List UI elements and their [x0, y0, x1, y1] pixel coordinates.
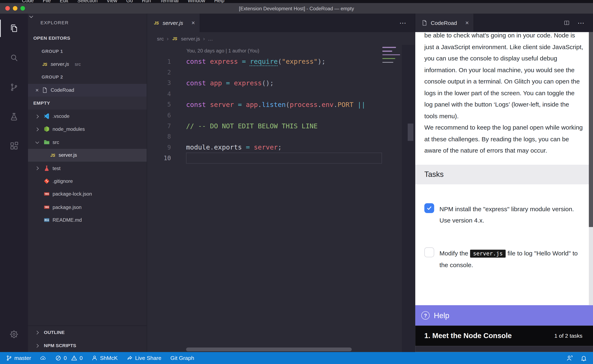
status-errors[interactable]: 0 — [55, 355, 67, 361]
breadcrumb-item[interactable]: server.js — [181, 36, 200, 42]
split-editor-icon[interactable] — [564, 20, 570, 26]
code-editor[interactable]: You, 20 days ago | 1 author (You) 1const… — [147, 45, 415, 352]
explorer-activity-button[interactable] — [0, 13, 28, 43]
tree-item-.vscode[interactable]: .vscode — [28, 110, 147, 123]
code-line-8[interactable]: 8 — [147, 131, 415, 142]
line-number[interactable]: 3 — [147, 80, 171, 87]
window-controls — [5, 6, 25, 11]
run-debug-activity-button[interactable] — [0, 102, 28, 131]
file-detail: src — [75, 61, 81, 67]
line-number[interactable]: 7 — [147, 122, 171, 130]
open-editors-header[interactable]: OPEN EDITORS — [28, 32, 147, 45]
code-line-5[interactable]: 5const server = app.listen(process.env.P… — [147, 99, 415, 110]
tree-item-server.js[interactable]: JSserver.js — [28, 149, 147, 162]
sidebar-bottom-sections: OUTLINENPM SCRIPTS — [28, 326, 147, 352]
bell-icon[interactable] — [580, 355, 587, 361]
line-number[interactable]: 4 — [147, 90, 171, 98]
title-bar[interactable]: [Extension Development Host] - CodeRoad … — [0, 3, 593, 13]
status-live-share[interactable]: Live Share — [127, 355, 161, 361]
source-control-activity-button[interactable] — [0, 73, 28, 102]
tree-item-node-modules[interactable]: node_modules — [28, 123, 147, 136]
status-branch[interactable]: master — [6, 355, 31, 361]
line-number[interactable]: 6 — [147, 112, 171, 119]
menu-file[interactable]: File — [43, 0, 51, 3]
minimize-window-button[interactable] — [13, 6, 17, 11]
code-line-9[interactable]: 9module.exports = server; — [147, 142, 415, 153]
close-window-button[interactable] — [5, 6, 10, 11]
line-number[interactable]: 8 — [147, 133, 171, 140]
code-line-3[interactable]: 3const app = express(); — [147, 78, 415, 88]
section-npm-scripts[interactable]: NPM SCRIPTS — [28, 339, 147, 352]
tree-item-readme.md[interactable]: README.md — [28, 214, 147, 227]
minimap[interactable] — [382, 46, 401, 70]
breadcrumb-item[interactable]: src — [157, 36, 164, 42]
open-editor-item[interactable]: ×CodeRoad — [28, 84, 147, 97]
task-checkbox[interactable] — [424, 203, 434, 213]
code-line-1[interactable]: 1const express = require("express"); — [147, 56, 415, 67]
gitlens-annotation[interactable]: You, 20 days ago | 1 author (You) — [147, 45, 415, 56]
menu-help[interactable]: Help — [214, 0, 224, 3]
code-line-7[interactable]: 7// -- DO NOT EDIT BELOW THIS LINE — [147, 121, 415, 131]
code-line-6[interactable]: 6 — [147, 110, 415, 121]
chevron-right-icon — [36, 128, 39, 131]
menu-run[interactable]: Run — [142, 0, 151, 3]
tree-item-package-lock.json[interactable]: package-lock.json — [28, 188, 147, 201]
tree-item-.gitignore[interactable]: .gitignore — [28, 175, 147, 188]
menu-terminal[interactable]: Terminal — [160, 0, 179, 3]
menu-edit[interactable]: Edit — [60, 0, 68, 3]
open-editor-item[interactable]: JSserver.jssrc — [28, 58, 147, 71]
manage-button[interactable] — [0, 319, 28, 349]
workspace-section-header[interactable]: EMPTY — [28, 97, 147, 110]
status-user[interactable]: ShMcK — [92, 355, 118, 361]
breadcrumb[interactable]: src›JSserver.js›… — [147, 32, 415, 45]
code-line-2[interactable]: 2 — [147, 67, 415, 78]
tab-server-js[interactable]: JS server.js × — [147, 13, 200, 32]
current-line-highlight — [186, 153, 382, 163]
line-content: const server = app.listen(process.env.PO… — [171, 101, 366, 108]
open-editors-label: OPEN EDITORS — [33, 36, 70, 41]
menu-go[interactable]: Go — [126, 0, 133, 3]
close-icon[interactable]: × — [465, 20, 469, 26]
breadcrumb-item[interactable]: … — [208, 36, 213, 42]
more-actions-icon[interactable]: ⋯ — [578, 19, 585, 27]
menu-window[interactable]: Window — [187, 0, 205, 3]
zoom-window-button[interactable] — [20, 6, 25, 11]
tab-coderoad[interactable]: CodeRoad × — [415, 13, 474, 32]
vertical-scrollbar[interactable] — [408, 124, 413, 141]
menu-selection[interactable]: Selection — [77, 0, 97, 3]
status-left: master00ShMcKLive ShareGit Graph — [6, 355, 194, 361]
help-bar[interactable]: ? Help — [415, 305, 593, 325]
status-sync[interactable] — [40, 355, 46, 361]
menu-code[interactable]: Code — [22, 0, 34, 3]
task-text: Modify the server.js file to log "Hello … — [440, 247, 584, 271]
code-line-4[interactable]: 4 — [147, 88, 415, 99]
tasks-header: Tasks — [415, 164, 593, 184]
search-activity-button[interactable] — [0, 43, 28, 72]
extensions-activity-button[interactable] — [0, 131, 28, 161]
close-icon[interactable]: × — [192, 20, 195, 26]
line-number[interactable]: 1 — [147, 58, 171, 65]
webview-scrollbar[interactable] — [589, 32, 593, 227]
close-icon[interactable]: × — [34, 87, 40, 93]
status-git-graph[interactable]: Git Graph — [171, 355, 194, 361]
tree-item-src[interactable]: src — [28, 136, 147, 149]
line-number[interactable]: 2 — [147, 69, 171, 76]
file-label: CodeRoad — [51, 87, 74, 93]
line-number[interactable]: 5 — [147, 101, 171, 108]
line-number[interactable]: 9 — [147, 144, 171, 151]
line-number[interactable]: 10 — [147, 155, 171, 162]
section-outline[interactable]: OUTLINE — [28, 326, 147, 339]
file-label: package-lock.json — [53, 191, 92, 197]
more-actions-icon[interactable]: ⋯ — [400, 19, 407, 27]
search-icon — [9, 53, 19, 63]
file-label: server.js — [51, 61, 69, 67]
status-warnings[interactable]: 0 — [71, 355, 83, 361]
tree-item-package.json[interactable]: package.json — [28, 201, 147, 214]
tree-item-test[interactable]: test — [28, 162, 147, 175]
file-label: .gitignore — [53, 178, 73, 184]
task-checkbox[interactable] — [424, 247, 434, 257]
menu-view[interactable]: View — [107, 0, 117, 3]
js-icon: JS — [50, 152, 56, 158]
horizontal-scrollbar[interactable] — [186, 348, 352, 351]
account-icon[interactable] — [566, 355, 573, 362]
